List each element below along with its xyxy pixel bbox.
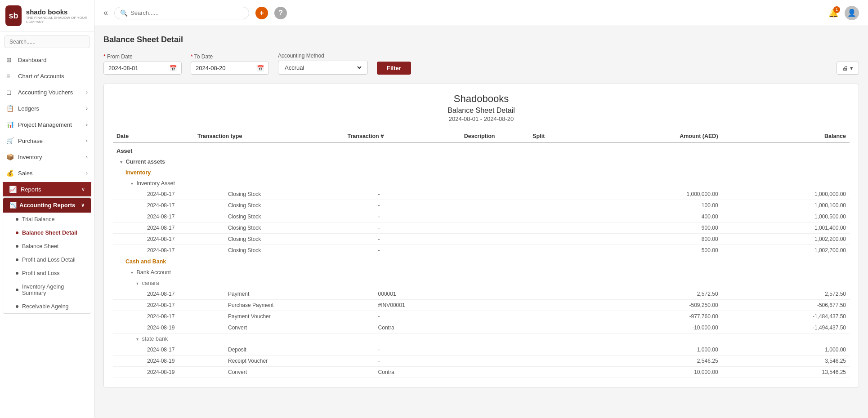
table-row: 2024-08-17 Deposit - 1,000.00 1,000.00	[113, 344, 850, 356]
collapse-icon[interactable]: ▾	[136, 337, 139, 342]
cell-amount: 10,000.00	[597, 367, 721, 378]
cell-split	[529, 222, 597, 234]
sidebar-item-chart-of-accounts[interactable]: ≡ Chart of Accounts	[0, 68, 94, 84]
calendar-icon[interactable]: 📅	[170, 65, 177, 71]
cell-split	[529, 211, 597, 222]
submenu-label: Balance Sheet Detail	[22, 230, 77, 236]
collapse-button[interactable]: «	[103, 8, 108, 18]
cell-tx-type: Convert	[194, 322, 344, 334]
col-tx-type: Transaction type	[194, 130, 344, 142]
submenu-balance-sheet[interactable]: Balance Sheet	[3, 240, 91, 253]
sidebar-item-inventory[interactable]: 📦 Inventory ›	[0, 149, 94, 165]
collapse-icon[interactable]: ▾	[136, 281, 139, 286]
cell-balance: 1,000.00	[722, 344, 850, 356]
cell-balance: -506,677.50	[722, 300, 850, 311]
cell-split	[529, 245, 597, 256]
subgroup2-label: ▾ canara	[113, 278, 850, 289]
to-date-input[interactable]	[196, 65, 254, 71]
cell-amount: 100.00	[597, 200, 721, 211]
from-date-input[interactable]	[108, 65, 167, 71]
sidebar-item-project-management[interactable]: 📊 Project Management ›	[0, 116, 94, 133]
cell-amount: 1,000,000.00	[597, 189, 721, 200]
print-button[interactable]: 🖨 ▾	[837, 62, 859, 75]
cell-desc	[461, 234, 529, 245]
sidebar-item-sales[interactable]: 💰 Sales ›	[0, 165, 94, 181]
cell-split	[529, 356, 597, 367]
collapse-icon[interactable]: ▾	[131, 181, 133, 186]
cell-balance: -1,494,437.50	[722, 322, 850, 334]
page-title: Balance Sheet Detail	[103, 35, 859, 44]
submenu-balance-sheet-detail[interactable]: Balance Sheet Detail	[3, 226, 91, 240]
table-row: 2024-08-17 Payment Voucher - -977,760.00…	[113, 311, 850, 322]
user-avatar[interactable]: 👤	[845, 6, 859, 20]
accounting-reports-header[interactable]: 📉 Accounting Reports ∨	[3, 198, 91, 213]
calendar-icon[interactable]: 📅	[257, 65, 264, 71]
cell-date: 2024-08-19	[113, 367, 194, 378]
dot-icon	[16, 289, 18, 291]
sidebar-item-reports[interactable]: 📈 Reports ∨	[3, 182, 91, 196]
sidebar-search-input[interactable]	[4, 36, 89, 48]
cell-balance: 1,002,700.00	[722, 245, 850, 256]
chevron-right-icon: ›	[86, 89, 88, 95]
ledgers-icon: 📋	[6, 105, 14, 112]
chevron-right-icon: ›	[86, 106, 88, 111]
accounting-method-select[interactable]: Accrual Cash	[283, 64, 363, 71]
report-period: 2024-08-01 - 2024-08-20	[113, 116, 850, 122]
cell-balance: 13,546.25	[722, 367, 850, 378]
to-date-label: * To Date	[191, 53, 269, 60]
cell-date: 2024-08-17	[113, 344, 194, 356]
cell-split	[529, 367, 597, 378]
cell-desc	[461, 289, 529, 300]
main-area: « 🔍 + ? 🔔 1 👤 Balance Sheet Detail * Fro…	[94, 0, 868, 418]
sidebar-item-accounting-vouchers[interactable]: ◻ Accounting Vouchers ›	[0, 84, 94, 100]
report-company: Shadobooks	[113, 93, 850, 105]
cell-amount: 900.00	[597, 222, 721, 234]
accounting-method-label: Accounting Method	[278, 53, 368, 59]
filter-button[interactable]: Filter	[377, 62, 411, 75]
submenu-inventory-ageing[interactable]: Inventory Ageing Summary	[3, 280, 91, 300]
cell-desc	[461, 189, 529, 200]
table-row: 2024-08-19 Receipt Voucher - 2,546.25 3,…	[113, 356, 850, 367]
add-button[interactable]: +	[255, 7, 268, 19]
inventory-icon: 📦	[6, 153, 14, 160]
cell-split	[529, 289, 597, 300]
dashboard-icon: ⊞	[6, 56, 14, 63]
purchase-icon: 🛒	[6, 137, 14, 144]
sidebar-item-label: Accounting Vouchers	[18, 89, 73, 96]
dot-icon	[16, 305, 18, 308]
cell-date: 2024-08-17	[113, 211, 194, 222]
chevron-right-icon: ›	[86, 122, 88, 127]
cell-desc	[461, 300, 529, 311]
cell-balance: 1,001,400.00	[722, 222, 850, 234]
submenu-receivable-ageing[interactable]: Receivable Ageing	[3, 300, 91, 313]
submenu-profit-loss[interactable]: Profit and Loss	[3, 267, 91, 280]
table-row: 2024-08-17 Closing Stock - 800.00 1,002,…	[113, 234, 850, 245]
cell-tx-type: Closing Stock	[194, 211, 344, 222]
collapse-icon[interactable]: ▾	[120, 160, 122, 165]
help-button[interactable]: ?	[274, 7, 287, 19]
project-icon: 📊	[6, 121, 14, 128]
section-asset: Asset	[113, 142, 850, 156]
cell-tx-num: -	[344, 200, 461, 211]
cell-date: 2024-08-17	[113, 222, 194, 234]
sidebar-logo: sb shado books THE FINANCIAL SHADOW OF Y…	[0, 0, 94, 32]
reports-icon: 📈	[9, 186, 17, 193]
dot-icon	[16, 231, 18, 234]
group-label: Cash and Bank	[113, 256, 850, 267]
submenu-profit-loss-detail[interactable]: Profit and Loss Detail	[3, 253, 91, 267]
submenu-trial-balance[interactable]: Trial Balance	[3, 213, 91, 226]
cell-split	[529, 322, 597, 334]
cell-tx-type: Closing Stock	[194, 234, 344, 245]
sidebar-item-ledgers[interactable]: 📋 Ledgers ›	[0, 100, 94, 116]
cell-tx-num: -	[344, 211, 461, 222]
cell-amount: -10,000.00	[597, 322, 721, 334]
notification-button[interactable]: 🔔 1	[828, 8, 838, 18]
submenu-label: Receivable Ageing	[22, 303, 69, 310]
collapse-icon[interactable]: ▾	[131, 270, 133, 275]
cell-split	[529, 234, 597, 245]
sidebar-item-purchase[interactable]: 🛒 Purchase ›	[0, 133, 94, 149]
table-row: 2024-08-17 Closing Stock - 900.00 1,001,…	[113, 222, 850, 234]
topbar-search-input[interactable]	[130, 9, 243, 16]
sidebar-item-dashboard[interactable]: ⊞ Dashboard	[0, 52, 94, 68]
accounting-reports-label: Accounting Reports	[19, 202, 75, 209]
